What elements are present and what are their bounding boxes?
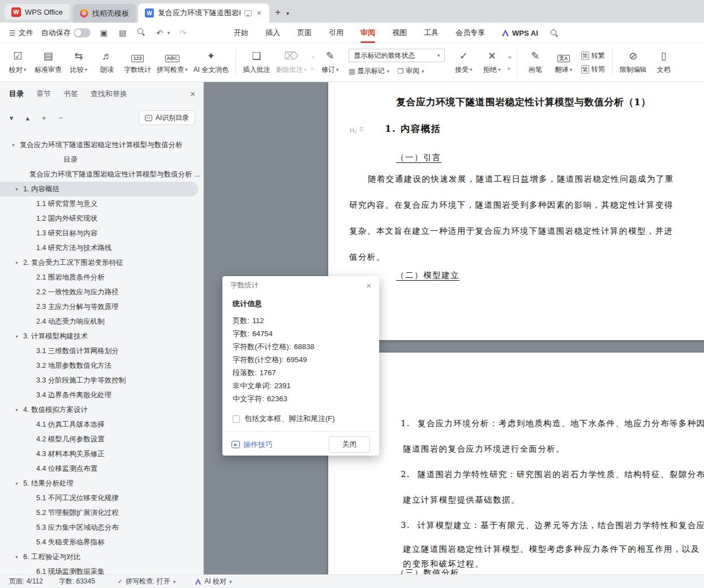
translate-button[interactable]: 文A 翻译▾ [550, 45, 578, 80]
outline-item[interactable]: 4.4 位移监测点布置 [0, 461, 203, 476]
outline-item[interactable]: 2.1 围岩地质条件分析 [0, 270, 203, 285]
outline-item[interactable]: 3.2 地层参数数值化方法 [0, 358, 203, 373]
print-button[interactable]: ▤ [117, 28, 128, 37]
pen-button[interactable]: ✎ 画笔 [521, 45, 550, 80]
expand-arrow-icon[interactable]: ▼ [15, 334, 23, 338]
outline-item[interactable]: 6.1 现场监测数据采集 [0, 564, 203, 574]
outline-item[interactable]: 5.4 失稳变形临界指标 [0, 535, 203, 550]
reject-revision-button[interactable]: ✕ 拒绝▾ [478, 45, 506, 80]
outline-item[interactable]: 4.2 模型几何参数设置 [0, 432, 203, 447]
close-sidebar-icon[interactable]: × [190, 89, 195, 98]
spellcheck-button[interactable]: ABC 拼写检查▾ [154, 45, 191, 80]
outline-item[interactable]: 1.3 研究目标与内容 [0, 226, 203, 241]
outline-item[interactable]: 3.3 分阶段施工力学等效控制 [0, 373, 203, 388]
markup-state-dropdown[interactable]: 显示标记的最终状态 ▾ [349, 49, 445, 62]
sidebar-tab-find-replace[interactable]: 查找和替换 [91, 89, 127, 99]
next-comment-icon[interactable]: ▸ [311, 65, 315, 71]
tab-membership[interactable]: 会员专享 [447, 23, 493, 43]
outline-item[interactable]: 3.1 三维数值计算网格划分 [0, 344, 203, 358]
outline-item[interactable]: 2.3 主应力分解与等效原理 [0, 299, 203, 314]
outline-item[interactable]: 5.1 不同工况位移变化规律 [0, 491, 203, 505]
show-markup-button[interactable]: ▤ 显示标记 ▾ [349, 66, 389, 76]
document-page-1[interactable]: 复合应力环境下隧道围岩稳定性计算模型与数值分析（1） H₂ ⠿ 1. 内容概括 … [328, 82, 704, 340]
expand-all-icon[interactable]: ▴ [24, 114, 32, 122]
close-button[interactable]: 关闭 [329, 436, 370, 453]
outline-item[interactable]: 4.3 材料本构关系修正 [0, 447, 203, 461]
tab-wps-office[interactable]: W WPS Office [5, 4, 70, 20]
undo-button[interactable]: ↶ ▾ [154, 28, 170, 37]
new-tab-button[interactable]: + [275, 7, 281, 18]
outline-item[interactable]: ▼3. 计算模型构建技术 [0, 329, 203, 344]
restrict-editing-button[interactable]: ⊘ 限制编辑 [617, 45, 650, 80]
file-menu[interactable]: ☰ 文件 [9, 28, 33, 38]
outline-item[interactable]: ▼2. 复合受力工况下围岩变形特征 [0, 255, 203, 270]
sidebar-tab-contents[interactable]: 目录 [9, 89, 24, 99]
insert-comment-button[interactable]: ❏ 插入批注 [240, 45, 273, 80]
autosave-toggle[interactable] [74, 28, 91, 37]
tab-view[interactable]: 视图 [384, 23, 415, 43]
decrease-level-icon[interactable]: − [57, 114, 65, 122]
outline-item[interactable]: 3.4 边界条件离散化处理 [0, 388, 203, 402]
heading-level-marker[interactable]: H₂ ⠿ [350, 126, 363, 134]
page-indicator[interactable]: 页面: 4/112 [9, 577, 43, 586]
print-preview-button[interactable] [136, 28, 147, 37]
tips-link[interactable]: ▶ 操作技巧 [231, 440, 273, 450]
expand-arrow-icon[interactable]: ▼ [15, 482, 23, 486]
tab-reference[interactable]: 引用 [320, 23, 352, 43]
accept-revision-button[interactable]: ✓ 接受▾ [449, 45, 478, 80]
expand-arrow-icon[interactable]: ▼ [15, 261, 23, 265]
checkbox-icon[interactable] [233, 415, 240, 423]
outline-item[interactable]: ▼复合应力环境下隧道围岩稳定性计算模型与数值分析 [0, 138, 203, 152]
outline-item[interactable]: 4.1 仿真工具版本选择 [0, 417, 203, 432]
save-button[interactable]: ▣ [98, 28, 109, 37]
close-tab-icon[interactable]: × [256, 8, 263, 18]
read-aloud-button[interactable]: ♬ 朗读 [93, 45, 121, 80]
outline-item[interactable]: 1.4 研究方法与技术路线 [0, 241, 203, 255]
tab-review[interactable]: 审阅 [352, 23, 384, 43]
ai-detect-toc-button[interactable]: AI识别目录 [139, 110, 195, 125]
expand-arrow-icon[interactable]: ▼ [11, 143, 20, 147]
search-button[interactable] [551, 29, 558, 37]
expand-arrow-icon[interactable]: ▼ [15, 187, 23, 191]
outline-item[interactable]: 2.4 动态受力响应机制 [0, 314, 203, 329]
drag-handle-icon[interactable]: ⠿ [359, 126, 363, 134]
review-pane-button[interactable]: ❐ 审阅 ▾ [397, 66, 424, 76]
next-revision-icon[interactable]: ▸ [508, 65, 511, 71]
tab-tools[interactable]: 工具 [415, 23, 447, 43]
autosave-control[interactable]: 自动保存 [41, 28, 91, 38]
outline-item[interactable]: ▼5. 结果分析处理 [0, 476, 203, 491]
expand-arrow-icon[interactable]: ▼ [15, 408, 23, 412]
tab-docer-templates[interactable]: 找稻壳模板 [73, 4, 136, 23]
delete-comment-button[interactable]: ⌦ 删除批注▾ [273, 45, 310, 80]
previous-comment-icon[interactable]: ◂ [311, 54, 315, 60]
outline-item[interactable]: 目录 [0, 152, 203, 167]
document-page-2[interactable]: 1.复合应力环境分析：考虑到地质构造、地下水条件、地应力分布等多种因素 隧道围岩… [328, 353, 704, 574]
standard-review-button[interactable]: ▤ 标准审查 [32, 45, 65, 80]
tab-list-chevron-icon[interactable]: ▾ [286, 10, 289, 16]
outline-item[interactable]: 2.2 一致性效应与应力路径 [0, 285, 203, 299]
tab-page[interactable]: 页面 [289, 23, 320, 43]
outline-item[interactable]: 1.2 国内外研究现状 [0, 211, 203, 226]
outline-item[interactable]: ▼1. 内容概括 [0, 182, 198, 196]
outline-item[interactable]: 复合应力环境下隧道围岩稳定性计算模型与数值分析 ... [0, 167, 203, 182]
outline-item[interactable]: 5.3 应力集中区域动态分布 [0, 520, 203, 535]
tab-insert[interactable]: 插入 [257, 23, 289, 43]
word-count-button[interactable]: 123 字数统计 [121, 45, 154, 80]
tab-active-document[interactable]: W 复合应力环境下隧道围岩稳定 × [138, 3, 269, 23]
spellcheck-status[interactable]: ✓ 拼写检查: 打开 ▾ [118, 577, 175, 586]
ai-proofread-status[interactable]: AI 校对 ▾ [195, 577, 231, 586]
compare-button[interactable]: ⇆ 比较▾ [65, 45, 93, 80]
increase-level-icon[interactable]: + [40, 114, 48, 122]
redo-button[interactable]: ↷ [178, 28, 188, 37]
collapse-all-icon[interactable]: ▾ [8, 114, 15, 122]
close-dialog-icon[interactable]: × [366, 281, 371, 290]
sidebar-tab-bookmarks[interactable]: 书签 [63, 89, 78, 99]
include-footnotes-checkbox[interactable]: 包括文本框、脚注和尾注(F) [233, 414, 369, 424]
outline-item[interactable]: 1.1 研究背景与意义 [0, 196, 203, 211]
expand-arrow-icon[interactable]: ▼ [15, 555, 23, 559]
track-changes-button[interactable]: ✎ 修订▾ [316, 45, 344, 80]
outline-item[interactable]: ▼6. 工程验证与对比 [0, 550, 203, 564]
outline-item[interactable]: 5.2 节理裂隙扩展演化过程 [0, 505, 203, 520]
previous-revision-icon[interactable]: ◂ [508, 54, 511, 60]
ai-polish-button[interactable]: ✦ AI 全文润色 [191, 45, 232, 80]
